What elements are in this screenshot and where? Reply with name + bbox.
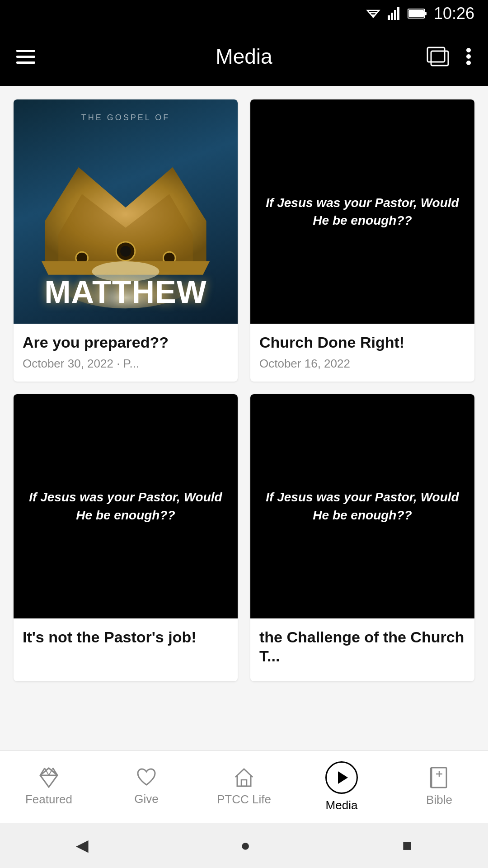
nav-label-media: Media — [326, 798, 358, 812]
thumbnail-text: If Jesus was your Pastor, Would He be en… — [250, 185, 474, 238]
signal-icon — [388, 7, 401, 20]
nav-item-ptcc-life[interactable]: PTCC Life — [195, 751, 293, 823]
media-play-circle — [325, 761, 358, 794]
status-bar: 10:26 — [0, 0, 488, 27]
svg-rect-24 — [241, 780, 247, 786]
svg-rect-6 — [408, 10, 424, 17]
home-button[interactable]: ● — [240, 836, 250, 855]
media-card[interactable]: If Jesus was your Pastor, Would He be en… — [14, 394, 238, 681]
page-title: Media — [216, 44, 272, 69]
back-button[interactable]: ◀ — [76, 836, 89, 855]
svg-rect-1 — [391, 13, 393, 20]
nav-item-bible[interactable]: Bible — [390, 751, 488, 823]
svg-rect-2 — [394, 10, 396, 20]
svg-rect-3 — [397, 7, 399, 20]
diamond-icon — [38, 767, 59, 788]
app-bar-actions — [427, 47, 472, 66]
svg-point-10 — [466, 54, 471, 59]
nav-item-featured[interactable]: Featured — [0, 751, 98, 823]
nav-label-featured: Featured — [25, 793, 72, 807]
matthew-text: MATTHEW — [14, 274, 238, 310]
nav-label-ptcc-life: PTCC Life — [217, 793, 271, 807]
menu-button[interactable] — [16, 50, 35, 64]
svg-point-9 — [466, 48, 471, 52]
recent-button[interactable]: ■ — [402, 836, 412, 855]
bottom-nav: Featured Give PTCC Life Media Bible — [0, 750, 488, 823]
card-title: the Challenge of the Church T... — [259, 627, 465, 666]
media-card[interactable]: If Jesus was your Pastor, Would He be en… — [250, 99, 474, 382]
nav-item-media[interactable]: Media — [293, 751, 390, 823]
card-info: the Challenge of the Church T... — [250, 618, 474, 681]
card-thumbnail: If Jesus was your Pastor, Would He be en… — [250, 99, 474, 324]
play-triangle-icon — [338, 771, 348, 784]
thumbnail-text: If Jesus was your Pastor, Would He be en… — [14, 479, 238, 533]
media-card[interactable]: THE GOSPEL OF — [14, 99, 238, 382]
card-thumbnail: If Jesus was your Pastor, Would He be en… — [14, 394, 238, 618]
card-info: It's not the Pastor's job! — [14, 618, 238, 662]
card-date: October 16, 2022 — [259, 357, 465, 371]
status-time: 10:26 — [434, 4, 474, 23]
nav-label-give: Give — [134, 792, 158, 806]
chat-icon[interactable] — [427, 47, 449, 66]
svg-rect-5 — [425, 12, 427, 15]
card-title: It's not the Pastor's job! — [23, 627, 229, 647]
battery-icon — [408, 8, 427, 19]
card-info: Church Done Right! October 16, 2022 — [250, 324, 474, 382]
gospel-label: THE GOSPEL OF — [14, 113, 238, 123]
svg-rect-0 — [388, 15, 390, 20]
card-title: Are you prepared?? — [23, 333, 229, 352]
system-nav-bar: ◀ ● ■ — [0, 823, 488, 868]
content-area: THE GOSPEL OF — [0, 86, 488, 808]
card-thumbnail: If Jesus was your Pastor, Would He be en… — [250, 394, 474, 618]
card-title: Church Done Right! — [259, 333, 465, 352]
bible-icon — [430, 767, 449, 788]
card-info: Are you prepared?? October 30, 2022 · P.… — [14, 324, 238, 382]
card-thumbnail: THE GOSPEL OF — [14, 99, 238, 324]
status-icons: 10:26 — [365, 4, 474, 23]
svg-rect-8 — [431, 51, 448, 66]
home-icon — [234, 767, 254, 788]
svg-point-14 — [120, 246, 131, 257]
heart-icon — [136, 768, 157, 788]
nav-label-bible: Bible — [426, 793, 452, 807]
svg-rect-7 — [427, 47, 445, 62]
nav-item-give[interactable]: Give — [98, 751, 195, 823]
wifi-icon — [365, 7, 381, 20]
card-date: October 30, 2022 · P... — [23, 357, 229, 371]
app-bar: Media — [0, 27, 488, 86]
svg-point-11 — [466, 61, 471, 65]
media-grid: THE GOSPEL OF — [14, 99, 474, 681]
more-options-icon[interactable] — [465, 47, 472, 66]
svg-rect-25 — [431, 768, 446, 788]
media-card[interactable]: If Jesus was your Pastor, Would He be en… — [250, 394, 474, 681]
thumbnail-text: If Jesus was your Pastor, Would He be en… — [250, 479, 474, 533]
